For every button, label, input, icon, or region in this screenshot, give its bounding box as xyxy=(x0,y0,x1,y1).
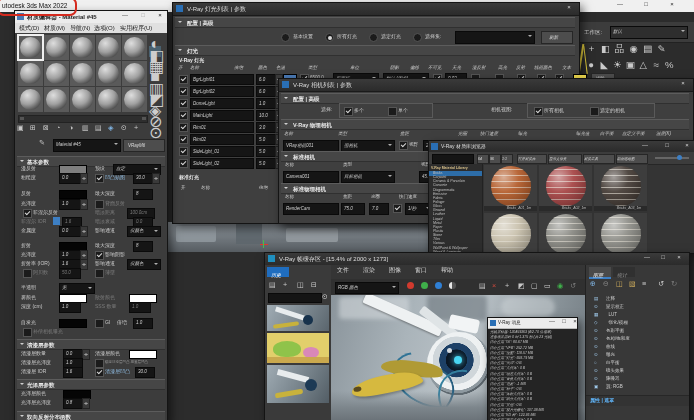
create-subtab-icon[interactable]: % xyxy=(664,60,674,71)
material-tools-button[interactable]: 材质工具 xyxy=(583,154,615,164)
light-on-checkbox[interactable] xyxy=(179,159,188,168)
close-icon[interactable]: × xyxy=(157,12,163,18)
r-max-depth-field[interactable]: 8 xyxy=(133,241,153,252)
pixel-probe-icon[interactable]: + xyxy=(505,282,509,289)
backlight-icon[interactable]: ◧ xyxy=(149,46,161,57)
layer-row[interactable]: ▤ 注释 xyxy=(586,295,690,303)
vfb-window[interactable]: V-Ray 帧缓存区 - [15.4% of 2000 x 1273] — □ … xyxy=(264,252,690,420)
assign-to-selection-icon[interactable]: ⊠ xyxy=(43,124,51,132)
layer-row[interactable]: ⊙ 镜头效果 xyxy=(586,367,690,375)
material-thumb[interactable]: Bricks_B02_1m xyxy=(593,212,648,254)
sample-slot[interactable] xyxy=(18,35,43,60)
vfb-menu-item[interactable]: 渲染 xyxy=(363,267,375,273)
abbe-field[interactable]: 50.0 xyxy=(59,268,81,279)
vfb-menu-item[interactable]: 图像 xyxy=(389,267,401,273)
light-row[interactable]: DomeLight 1.0 xyxy=(173,97,283,109)
minimize-icon[interactable]: — xyxy=(617,1,623,7)
max-depth-field[interactable]: 8 xyxy=(133,189,153,200)
coat-lock-checkbox[interactable] xyxy=(95,359,104,368)
library-root[interactable]: V-Ray Material Library xyxy=(431,166,468,170)
thin-walled-checkbox[interactable] xyxy=(95,269,104,278)
sample-slot[interactable] xyxy=(18,61,43,86)
sample-slot[interactable] xyxy=(96,61,121,86)
spinner[interactable] xyxy=(82,398,90,409)
close-icon[interactable]: × xyxy=(680,80,686,86)
redo-icon[interactable]: ↻ xyxy=(671,280,677,287)
tab-stats[interactable]: 统计 xyxy=(613,267,635,277)
translucency-dropdown[interactable]: 无 xyxy=(59,283,95,294)
messages-titlebar[interactable]: V-Ray 消息 — □ × xyxy=(488,318,577,329)
sheen-gloss-field[interactable]: 0.8 xyxy=(63,398,83,409)
create-subtab-icon[interactable]: △ xyxy=(638,60,648,71)
vfb-menu-item[interactable]: 文件 xyxy=(337,267,349,273)
camera-lister-titlebar[interactable]: V-Ray 相机列表 | 参数 × xyxy=(279,79,693,92)
layer-row[interactable]: ⊙ 曝光 xyxy=(586,351,690,359)
selection-set-dropdown[interactable] xyxy=(455,31,535,44)
close-icon[interactable]: × xyxy=(566,4,572,10)
minimize-icon[interactable]: — xyxy=(644,254,650,260)
close-icon[interactable]: × xyxy=(676,254,682,260)
history-tab[interactable]: 历史 xyxy=(267,267,289,277)
light-mult-field[interactable]: 1.0 xyxy=(256,98,276,109)
viewport-render-strip[interactable] xyxy=(166,222,428,252)
spinner[interactable] xyxy=(152,173,160,184)
layer-row[interactable]: ⊙ 色彩平衡 xyxy=(586,327,690,335)
light-on-checkbox[interactable] xyxy=(179,99,188,108)
sample-slot[interactable] xyxy=(18,87,43,112)
go-to-parent-icon[interactable]: + xyxy=(134,124,142,132)
select-by-material-icon[interactable]: ⊘ xyxy=(149,112,161,123)
sample-slot[interactable] xyxy=(122,61,147,86)
backface-checkbox[interactable] xyxy=(95,200,104,209)
light-name-field[interactable]: BgrLight02 xyxy=(190,86,254,97)
aperture-field[interactable]: 7.0 xyxy=(369,203,389,215)
create-subtab-icon[interactable]: ● xyxy=(586,60,596,71)
maximize-icon[interactable]: □ xyxy=(664,142,670,148)
compare-horizontal-icon[interactable]: ◫ xyxy=(297,281,304,288)
light-mult-field[interactable]: 6.0 xyxy=(256,86,276,97)
compare-vertical-icon[interactable]: ⊟ xyxy=(311,281,317,288)
zoom-100-icon[interactable]: ▢ xyxy=(531,282,538,289)
thumb-size-1to1-button[interactable]: 1:1 xyxy=(501,154,513,164)
minimize-icon[interactable]: — xyxy=(549,318,555,324)
channel-dropdown[interactable]: RGB 颜色 xyxy=(335,282,399,294)
radio-all-lights[interactable] xyxy=(325,33,334,42)
layer-row[interactable]: ◇ 锐化/模糊 xyxy=(586,319,690,327)
undo-icon[interactable]: ↺ xyxy=(658,280,664,287)
camera-name-field[interactable]: RenderCam xyxy=(283,203,339,215)
menu-item[interactable]: 实用程序(U) xyxy=(120,25,152,29)
light-row[interactable]: SideLight_02 5.0 xyxy=(173,157,283,169)
spinner[interactable] xyxy=(82,349,90,360)
material-thumb[interactable]: Bricks_A01_1m xyxy=(483,164,538,212)
layer-row[interactable]: ⊙ 色相/饱和度 xyxy=(586,335,690,343)
options-icon[interactable]: ◈ xyxy=(149,101,161,112)
add-layer-icon[interactable]: ⊕ xyxy=(590,280,596,287)
create-subtab-icon[interactable]: ◣ xyxy=(599,60,609,71)
layer-row[interactable]: ▦ LUT xyxy=(586,311,690,319)
fresnel-checkbox[interactable] xyxy=(23,209,32,218)
r-affect-channels-dropdown[interactable]: 仅颜色 xyxy=(127,259,161,270)
menu-item[interactable]: 模式(D) xyxy=(19,25,39,29)
command-panel-tab-icon[interactable]: ◧ xyxy=(600,44,611,55)
maximize-icon[interactable]: □ xyxy=(643,1,649,7)
depth-field[interactable]: 1.0 xyxy=(59,302,81,313)
menu-item[interactable]: 材质(M) xyxy=(44,25,65,29)
abbe-checkbox[interactable] xyxy=(23,269,32,278)
blue-channel-icon[interactable] xyxy=(435,282,442,289)
metalness-field[interactable]: 0.0 xyxy=(59,226,81,237)
vfb-menu-item[interactable]: 窗口 xyxy=(415,267,427,273)
ior-lock-icon[interactable] xyxy=(53,217,60,225)
menu-item[interactable]: 选项(O) xyxy=(94,25,115,29)
render-last-icon[interactable]: ↺ xyxy=(570,282,576,289)
material-name-dropdown[interactable]: Material #45 xyxy=(53,139,121,152)
light-mult-field[interactable]: 5.0 xyxy=(256,134,276,145)
coat-bump-checkbox[interactable] xyxy=(95,368,104,377)
show-end-result-icon[interactable]: ⊙ xyxy=(121,124,129,132)
material-library-window[interactable]: V-Ray 材质库浏览器 — □ × 64 96 1:1 打开材质库 显示文件夹… xyxy=(428,140,694,254)
coat-bump-field[interactable]: 30.0 xyxy=(135,367,155,378)
sample-slot[interactable] xyxy=(44,61,69,86)
bump-checkbox[interactable] xyxy=(95,174,104,183)
menu-item[interactable]: 导航(N) xyxy=(70,25,90,29)
light-name-field[interactable]: SideLight_01 xyxy=(190,146,254,157)
show-map-icon[interactable]: ◈ xyxy=(108,124,116,132)
layer-row[interactable]: ○ 白平衡 xyxy=(586,359,690,367)
